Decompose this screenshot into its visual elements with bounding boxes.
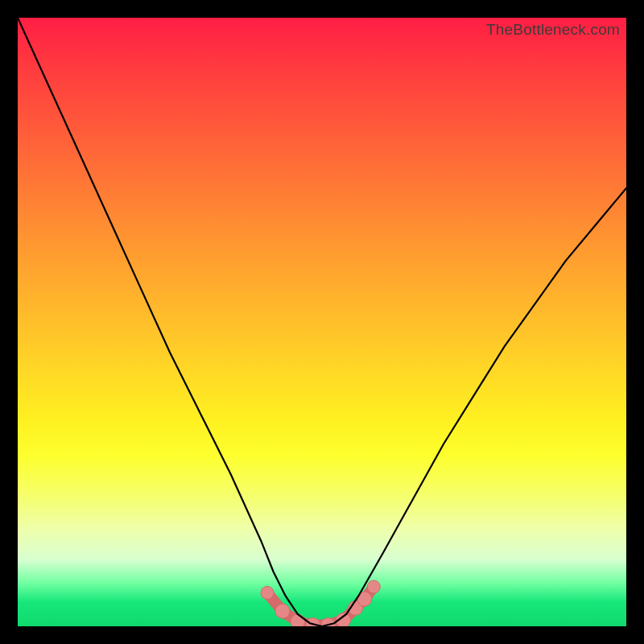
trough-marker-dot [261, 586, 274, 599]
trough-marker-dot [275, 604, 290, 618]
bottleneck-curve [18, 18, 626, 626]
curve-svg [18, 18, 626, 626]
plot-area: TheBottleneck.com [18, 18, 626, 626]
trough-markers-group [261, 580, 380, 626]
trough-marker-dot [291, 614, 305, 626]
trough-marker-dot [367, 580, 380, 593]
chart-frame: TheBottleneck.com [0, 0, 644, 644]
